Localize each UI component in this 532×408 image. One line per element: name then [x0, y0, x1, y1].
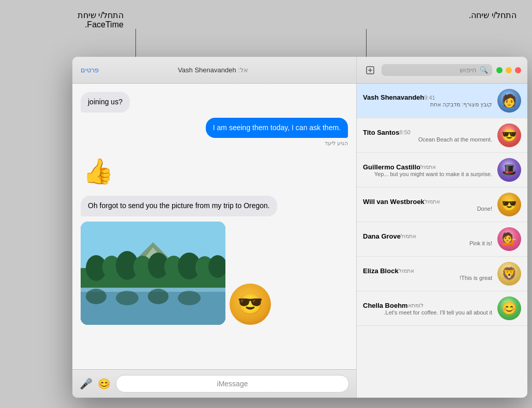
conv-preview: This is great! [363, 275, 492, 281]
messages-area: joining us? I am seeing them today, I ca… [72, 84, 356, 369]
conv-info: 9:41 Vash Shenavandeh קובץ מצורף: מדבקה … [363, 93, 492, 108]
compose-icon [366, 66, 375, 75]
message-input[interactable]: iMessage [116, 375, 349, 393]
message-text: Oh forgot to send you the picture from m… [88, 201, 270, 210]
recipient-name: Vash Shenavandeh [178, 66, 236, 74]
messages-window: פרטים אל: Vash Shenavandeh joining us? I… [72, 57, 527, 398]
conv-preview: קובץ מצורף: מדבקה אחת [363, 101, 492, 108]
conversation-list-item[interactable]: 🎩 אתמול Guillermo Castillo .Yep... but y… [357, 153, 527, 187]
maximize-button[interactable] [496, 67, 503, 73]
conv-preview: .Ocean Beach at the moment [363, 136, 492, 143]
imessage-placeholder: iMessage [217, 380, 248, 388]
conversation-panel: פרטים אל: Vash Shenavandeh joining us? I… [72, 57, 357, 398]
conv-info: אתמול Guillermo Castillo .Yep... but you… [363, 163, 492, 177]
conv-name: Guillermo Castillo [363, 163, 420, 171]
conv-name: Chella Boehm [363, 302, 408, 309]
conversation-list-item[interactable]: 💁 אתמול Dana Grove !Pink it is [357, 222, 527, 257]
microphone-icon[interactable]: 🎤 [80, 378, 93, 390]
conv-time: אתמול [420, 164, 436, 170]
to-label: אל: [238, 66, 248, 74]
conversation-header: פרטים אל: Vash Shenavandeh [72, 57, 356, 84]
conversation-recipient: אל: Vash Shenavandeh [178, 66, 248, 74]
svg-point-15 [86, 289, 107, 304]
message-text: I am seeing them today, I can ask them. [213, 123, 341, 132]
message-delivered: הגיע ליעד [325, 140, 348, 147]
conversation-list-item[interactable]: 🧑 9:41 Vash Shenavandeh קובץ מצורף: מדבק… [357, 84, 527, 118]
conv-time: 9:41 [424, 95, 435, 101]
svg-point-17 [148, 289, 169, 304]
sidebar-header: 🔍 חיפוש [357, 57, 527, 84]
emoji-icon[interactable]: 😊 [98, 378, 111, 390]
avatar: 💁 [497, 227, 521, 251]
conv-info: אתמול Eliza Block This is great! [363, 267, 492, 281]
search-placeholder: חיפוש [460, 66, 477, 74]
conv-name: Vash Shenavandeh [363, 93, 424, 101]
avatar: 🧑 [497, 89, 521, 113]
conv-info: לומתא Chella Boehm Let's meet for coffee… [363, 302, 492, 316]
annotation-facetime-line2: FaceTime. [78, 20, 124, 29]
message-bubble-incoming-1: joining us? [81, 92, 130, 113]
avatar: 😎 [497, 193, 521, 216]
conv-info: אתמול Will van Westbroek !Done [363, 198, 492, 212]
message-image [81, 222, 225, 325]
conversation-list-item[interactable]: 😎 8:50 Tito Santos .Ocean Beach at the m… [357, 118, 527, 153]
memoji-sticker: 😎 [230, 284, 271, 325]
input-bar: 🎤 😊 iMessage [72, 369, 356, 398]
conversation-list-item[interactable]: 😎 אתמול Will van Westbroek !Done [357, 187, 527, 222]
conv-preview: .Yep... but you might want to make it a … [363, 171, 492, 177]
conv-preview: !Done [363, 206, 492, 212]
svg-point-16 [116, 291, 139, 305]
avatar: 😎 [497, 123, 521, 147]
conversation-list-item[interactable]: 🦁 אתמול Eliza Block This is great! [357, 257, 527, 291]
message-bubble-incoming-2: Oh forgot to send you the picture from m… [81, 196, 277, 216]
annotation-facetime: התחל/י שיחת FaceTime. [78, 10, 124, 29]
avatar: 🎩 [497, 158, 521, 182]
conv-preview: !Pink it is [363, 240, 492, 246]
conv-preview: Let's meet for coffee. I'll tell you all… [363, 309, 492, 316]
close-button[interactable] [515, 67, 521, 73]
window-controls [496, 67, 521, 73]
conv-name: Will van Westbroek [363, 198, 424, 206]
annotation-start-chat: התחל/י שיחה. [469, 10, 516, 20]
message-text: joining us? [88, 98, 123, 106]
conv-info: אתמול Dana Grove !Pink it is [363, 232, 492, 246]
message-image-container: 😎 [81, 222, 271, 325]
avatar: 🦁 [497, 262, 521, 286]
conv-name: Tito Santos [363, 129, 400, 136]
message-bubble-outgoing-1: I am seeing them today, I can ask them. [206, 118, 348, 138]
message-emoji: 👍 [81, 152, 116, 191]
conversation-list: 🧑 9:41 Vash Shenavandeh קובץ מצורף: מדבק… [357, 84, 527, 398]
minimize-button[interactable] [506, 67, 512, 73]
conv-time: אתמול [399, 268, 414, 274]
svg-point-18 [178, 291, 201, 305]
avatar: 😊 [497, 296, 521, 320]
compose-button[interactable] [363, 63, 377, 77]
landscape-svg [81, 222, 225, 325]
conv-time: לומתא [408, 302, 423, 309]
conversation-list-item[interactable]: 😊 לומתא Chella Boehm Let's meet for coff… [357, 291, 527, 326]
search-icon: 🔍 [480, 66, 488, 74]
annotation-facetime-line1: התחל/י שיחת [78, 10, 124, 20]
conv-time: אתמול [401, 233, 416, 240]
annotation-start-chat-text: התחל/י שיחה. [469, 11, 516, 20]
conv-name: Dana Grove [363, 232, 401, 240]
details-button[interactable]: פרטים [81, 66, 99, 74]
search-box[interactable]: 🔍 חיפוש [382, 64, 492, 76]
conv-name: Eliza Block [363, 267, 399, 275]
sidebar-panel: 🔍 חיפוש 🧑 9:41 Vash Shenavandeh קובץ מצו… [357, 57, 527, 398]
conv-info: 8:50 Tito Santos .Ocean Beach at the mom… [363, 129, 492, 143]
conv-time: אתמול [424, 198, 440, 205]
conv-time: 8:50 [400, 129, 411, 135]
